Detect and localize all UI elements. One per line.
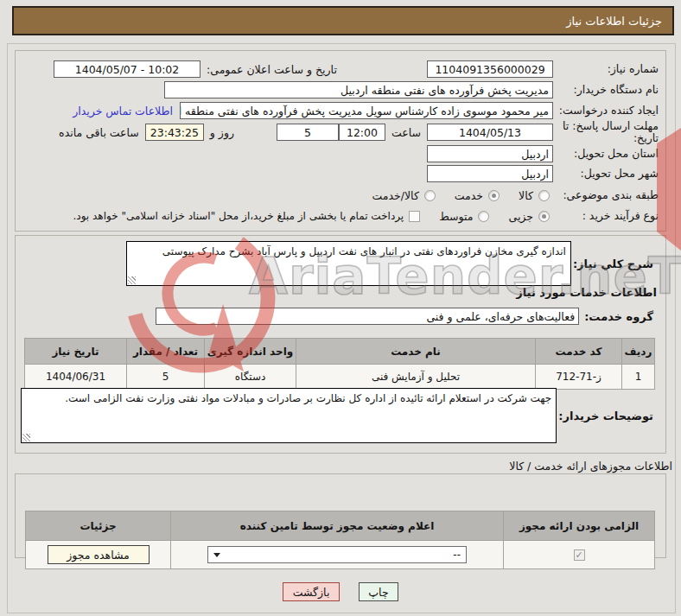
deadline-time-field[interactable]: 12:00 xyxy=(339,124,385,141)
cell-row-index: 1 xyxy=(622,365,655,390)
buyer-name-label: نام دستگاه خریدار: xyxy=(553,84,659,96)
need-description-label: شرح کلي نیاز: xyxy=(573,257,653,270)
radio-service-label: خدمت xyxy=(455,189,483,202)
need-number-field[interactable]: 1104091356000029 xyxy=(427,60,553,78)
chevron-down-icon xyxy=(213,553,220,557)
radio-goods-service[interactable]: کالا/خدمت xyxy=(372,189,435,202)
row-delivery-province: استان محل تحویل: اردبیل xyxy=(41,144,659,163)
radio-goods-service-label: کالا/خدمت xyxy=(372,189,418,202)
buyer-contact-link[interactable]: اطلاعات تماس خریدار xyxy=(73,105,173,117)
col-quantity: تعداد / مقدار xyxy=(127,339,205,365)
col-license-mandatory: الزامی بودن ارائه مجوز xyxy=(504,511,655,541)
radio-minor[interactable]: جزیی xyxy=(508,210,550,223)
services-table: ردیف کد خدمت نام خدمت واحد اندازه گیری ت… xyxy=(24,338,655,390)
page-title: جزئیات اطلاعات نیاز xyxy=(12,6,674,35)
row-need-number: شماره نیاز: 1104091356000029 تاریخ و ساع… xyxy=(41,60,659,79)
cell-need-date: 1404/06/31 xyxy=(25,365,127,390)
licenses-table: الزامی بودن ارائه مجوز اعلام وضعیت مجوز … xyxy=(25,511,655,569)
treasury-checkbox[interactable] xyxy=(409,211,420,222)
licenses-table-header-row: الزامی بودن ارائه مجوز اعلام وضعیت مجوز … xyxy=(26,511,655,541)
row-process-type: نوع فرآیند خرید : جزیی متوسط پرداخت تمام… xyxy=(41,206,659,225)
treasury-checkbox-label: پرداخت تمام یا بخشی از مبلغ خرید،از محل … xyxy=(73,210,404,222)
need-info-groupbox: شماره نیاز: 1104091356000029 تاریخ و ساع… xyxy=(15,50,666,232)
license-status-value: -- xyxy=(453,549,461,561)
services-table-header-row: ردیف کد خدمت نام خدمت واحد اندازه گیری ت… xyxy=(25,339,655,365)
back-button[interactable]: بازگشت xyxy=(283,582,340,601)
service-group-field[interactable]: فعالیت‌های حرفه‌ای، علمی و فنی xyxy=(156,308,579,325)
view-license-button[interactable]: مشاهده مجوز xyxy=(48,545,150,564)
radio-goods-icon[interactable] xyxy=(538,190,550,201)
col-row-index: ردیف xyxy=(622,339,655,365)
col-license-details: جزئیات xyxy=(26,511,171,541)
services-groupbox: شرح کلي نیاز: اندازه گیری مخازن فراوردها… xyxy=(15,235,666,454)
deadline-date-field[interactable]: 1404/05/13 xyxy=(427,124,553,141)
remaining-time-label: ساعت باقی مانده xyxy=(59,126,139,139)
cell-license-mandatory xyxy=(504,541,655,569)
col-service-code: کد خدمت xyxy=(536,339,622,365)
cell-unit: دستگاه xyxy=(205,365,296,390)
radio-service[interactable]: خدمت xyxy=(455,189,500,202)
row-subject-classification: طبقه بندی موضوعی: کالا خدمت کالا/خدمت xyxy=(41,186,659,205)
radio-minor-label: جزیی xyxy=(508,210,533,223)
need-details-page: جزئیات اطلاعات نیاز شماره نیاز: 11040913… xyxy=(0,0,681,616)
row-need-description: شرح کلي نیاز: اندازه گیری مخازن فراوردها… xyxy=(126,241,653,286)
buyer-notes-textarea[interactable]: جهت شرکت در استعلام ارائه تائیده از ادار… xyxy=(21,388,557,443)
row-delivery-city: شهر محل تحویل: اردبیل xyxy=(41,164,659,183)
delivery-city-field[interactable]: اردبیل xyxy=(427,165,553,182)
process-type-label: نوع فرآیند خرید : xyxy=(553,210,659,222)
need-description-textarea[interactable]: اندازه گیری مخازن فراوردهای نفتی در انبا… xyxy=(126,241,571,286)
radio-goods[interactable]: کالا xyxy=(519,189,550,202)
licenses-section-header: اطلاعات مجوزهای ارائه خدمت / کالا xyxy=(509,460,672,473)
buyer-notes-label: توضیحات خریدار: xyxy=(558,410,653,422)
radio-medium[interactable]: متوسط xyxy=(439,210,489,223)
radio-medium-label: متوسط xyxy=(439,210,473,223)
buyer-name-field[interactable]: مدیریت پخش فرآورده های نفتی منطقه اردبیل xyxy=(164,81,553,98)
announce-label: تاریخ و ساعت اعلان عمومی: xyxy=(207,63,337,76)
deadline-label: مهلت ارسال پاسخ: تا تاریخ: xyxy=(553,120,659,145)
radio-goods-label: کالا xyxy=(519,189,533,202)
row-buyer-name: نام دستگاه خریدار: مدیریت پخش فرآورده ها… xyxy=(41,80,659,99)
cell-quantity: 5 xyxy=(127,365,205,390)
delivery-province-label: استان محل تحویل: xyxy=(553,148,659,160)
announce-datetime-field[interactable]: 1404/05/07 - 10:02 xyxy=(54,60,200,78)
request-creator-label: ایجاد کننده درخواست: xyxy=(553,105,659,117)
cell-service-name: تحلیل و آزمایش فنی xyxy=(296,365,536,390)
footer-actions: چاپ بازگشت xyxy=(0,582,681,601)
license-status-select[interactable]: -- xyxy=(207,546,467,563)
subject-classification-label: طبقه بندی موضوعی: xyxy=(553,189,659,201)
remaining-days-label: روز و xyxy=(210,126,234,139)
col-license-status: اعلام وضعیت مجوز توسط تامین کننده xyxy=(171,511,504,541)
treasury-checkbox-item[interactable]: پرداخت تمام یا بخشی از مبلغ خرید،از محل … xyxy=(73,210,421,222)
row-request-creator: ایجاد کننده درخواست: میر محمود موسوی زاد… xyxy=(41,101,659,120)
delivery-province-field[interactable]: اردبیل xyxy=(427,145,553,162)
licenses-groupbox: الزامی بودن ارائه مجوز اعلام وضعیت مجوز … xyxy=(15,473,666,558)
request-creator-field[interactable]: میر محمود موسوی زاده کارشناس سویل مدیریت… xyxy=(180,102,553,119)
col-need-date: تاریخ نیاز xyxy=(25,339,127,365)
cell-license-details: مشاهده مجوز xyxy=(26,541,171,569)
remaining-days-field[interactable]: 5 xyxy=(277,124,339,141)
remaining-time-field: 23:43:25 xyxy=(145,124,204,141)
row-response-deadline: مهلت ارسال پاسخ: تا تاریخ: 1404/05/13 سا… xyxy=(41,118,659,146)
service-group-label: گروه خدمت: xyxy=(584,310,653,323)
col-unit: واحد اندازه گیری xyxy=(205,339,296,365)
radio-goods-service-icon[interactable] xyxy=(424,190,436,201)
table-row: 1 ز-71-712 تحلیل و آزمایش فنی دستگاه 5 1… xyxy=(25,365,655,390)
print-button[interactable]: چاپ xyxy=(359,582,398,601)
cell-service-code: ز-71-712 xyxy=(536,365,622,390)
row-buyer-notes: توضیحات خریدار: جهت شرکت در استعلام ارائ… xyxy=(21,388,653,443)
row-service-group: گروه خدمت: فعالیت‌های حرفه‌ای، علمی و فن… xyxy=(156,308,653,325)
delivery-city-label: شهر محل تحویل: xyxy=(553,168,659,180)
col-service-name: نام خدمت xyxy=(296,339,536,365)
license-mandatory-checkbox[interactable] xyxy=(574,549,585,561)
deadline-hour-label: ساعت xyxy=(391,126,421,139)
radio-service-icon[interactable] xyxy=(488,190,500,201)
radio-minor-icon[interactable] xyxy=(538,211,550,222)
need-number-label: شماره نیاز: xyxy=(553,63,659,75)
services-section-header: اطلاعات خدمات مورد نیاز xyxy=(516,286,657,299)
radio-medium-icon[interactable] xyxy=(478,211,489,222)
table-row: -- مشاهده مجوز xyxy=(26,541,655,569)
cell-license-status: -- xyxy=(171,541,504,569)
